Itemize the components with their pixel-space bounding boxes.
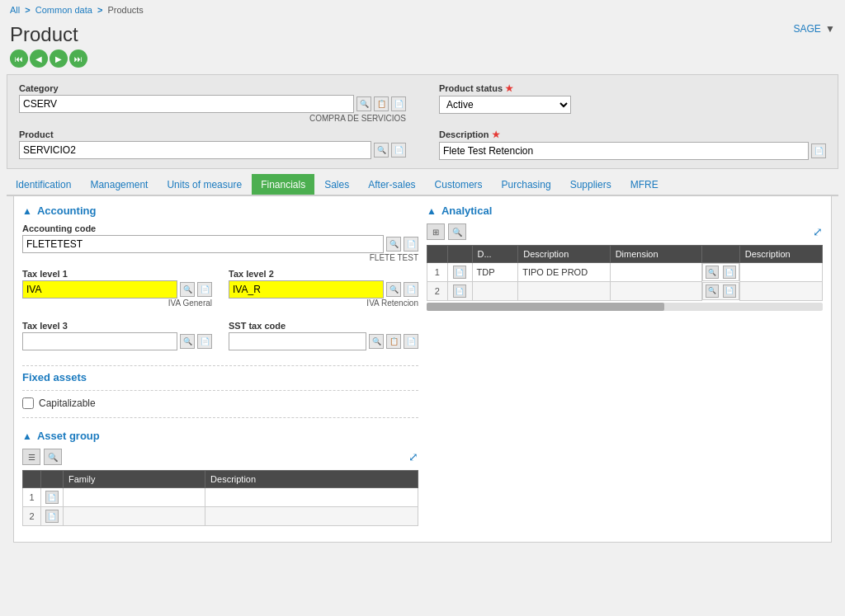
tab-identification[interactable]: Identification [7,174,80,195]
asset-row-2: 2 📄 [23,507,418,526]
analytical-table: D... Description Dimension Description 1 [427,245,823,301]
nav-first-button[interactable]: ⏮ [10,49,28,68]
ana-row1-dimension[interactable] [610,263,701,282]
tab-purchasing[interactable]: Purchasing [493,174,560,195]
tab-management[interactable]: Management [81,174,157,195]
accounting-arrow: ▲ [22,205,32,217]
tax-level1-input[interactable]: IVA [22,280,177,299]
ana-col-d: D... [472,246,518,263]
tax2-search-btn[interactable]: 🔍 [386,282,401,297]
fixed-assets-title: Fixed assets [22,371,418,383]
ana-row2-icon[interactable]: 📄 [447,282,472,301]
category-search-btn[interactable]: 🔍 [356,96,371,111]
ana-row-1: 1 📄 TDP TIPO DE PROD 🔍 📄 [427,263,823,282]
capitalizable-row: Capitalizable [22,397,418,409]
nav-last-button[interactable]: ⏭ [69,49,87,68]
tab-content-financials: ▲ Accounting Accounting code FLETETEST 🔍… [13,196,832,543]
ana-row2-d[interactable] [472,282,518,301]
tab-financials[interactable]: Financials [252,174,314,195]
sst-tax-field: SST tax code 🔍 📋 📄 [229,321,418,350]
ana-row2-dimension[interactable] [610,282,701,301]
product-status-required: ★ [505,83,513,93]
category-field: Category CSERV 🔍 📋 📄 COMPRA DE SERVICIOS [19,83,406,123]
analytical-grid-btn[interactable]: ⊞ [427,223,445,240]
product-search-btn[interactable]: 🔍 [374,143,389,158]
ana-col-desc2: Description [739,246,822,263]
tab-sales[interactable]: Sales [315,174,358,195]
tax3-detail-btn[interactable]: 📄 [197,334,212,349]
category-detail-btn[interactable]: 📄 [391,96,406,111]
ana-row-2: 2 📄 🔍 📄 [427,282,823,301]
product-detail-btn[interactable]: 📄 [391,143,406,158]
nav-next-button[interactable]: ▶ [50,49,68,68]
sage-menu[interactable]: SAGE ▼ [793,23,835,35]
asset-row2-desc[interactable] [205,507,418,526]
sst-search-btn[interactable]: 🔍 [369,334,384,349]
tax-level3-label: Tax level 3 [22,321,212,331]
analytical-title: Analytical [441,205,492,217]
acc-code-search-btn[interactable]: 🔍 [386,237,401,252]
description-input[interactable]: Flete Test Retencion [439,142,809,160]
asset-row-1: 1 📄 [23,488,418,507]
ana-row1-description[interactable]: TIPO DE PROD [518,263,610,282]
asset-row1-icon[interactable]: 📄 [41,488,64,507]
fixed-assets-section: Fixed assets Capitalizable [22,365,418,409]
asset-col-icon [41,471,64,488]
accounting-code-field: Accounting code FLETETEST 🔍 📄 FLETE TEST [22,223,418,262]
tax1-search-btn[interactable]: 🔍 [180,282,195,297]
capitalizable-checkbox[interactable] [22,397,34,409]
tab-after-sales[interactable]: After-sales [359,174,424,195]
ana-row2-description[interactable] [518,282,610,301]
tax-level3-input[interactable] [22,332,177,350]
product-status-select[interactable]: Active Inactive [439,96,571,114]
tax-levels-grid: Tax level 1 IVA 🔍 📄 IVA General Tax leve… [22,269,418,357]
breadcrumb-common-data[interactable]: Common data [35,5,92,15]
tab-units-of-measure[interactable]: Units of measure [158,174,251,195]
ana-row2-desc2[interactable] [739,282,822,301]
tab-suppliers[interactable]: Suppliers [561,174,621,195]
description-detail-btn[interactable]: 📄 [811,143,826,158]
asset-row2-icon[interactable]: 📄 [41,507,64,526]
asset-group-title: Asset group [37,430,100,442]
asset-row1-desc[interactable] [205,488,418,507]
asset-group-table: Family Description 1 📄 [22,470,418,526]
asset-group-expand-btn[interactable]: ⤢ [408,450,418,463]
analytical-expand-btn[interactable]: ⤢ [813,225,823,238]
analytical-search-btn[interactable]: 🔍 [448,223,466,240]
ana-row1-icon[interactable]: 📄 [447,263,472,282]
sst-detail-btn[interactable]: 📄 [404,334,418,349]
nav-prev-button[interactable]: ◀ [30,49,48,68]
ana-row2-num: 2 [427,282,448,301]
tax-level2-note: IVA Retencion [229,299,418,308]
tab-mfre[interactable]: MFRE [621,174,668,195]
asset-group-list-btn[interactable]: ☰ [22,449,40,465]
tax2-detail-btn[interactable]: 📄 [404,282,418,297]
tab-customers[interactable]: Customers [426,174,492,195]
tax1-detail-btn[interactable]: 📄 [197,282,212,297]
acc-code-detail-btn[interactable]: 📄 [404,237,418,252]
ana-col-dimension: Dimension [610,246,701,263]
ana-row2-dim-icons[interactable]: 🔍 📄 [702,282,739,300]
breadcrumb-all[interactable]: All [10,5,20,15]
sst-tax-input[interactable] [229,332,366,350]
ana-row1-d[interactable]: TDP [472,263,518,282]
category-copy-btn[interactable]: 📋 [374,96,389,111]
product-field: Product SERVICIO2 🔍 📄 [19,129,406,160]
tax-level3-field: Tax level 3 🔍 📄 [22,321,212,350]
ana-row1-desc2[interactable] [739,263,822,282]
capitalizable-label: Capitalizable [39,397,96,409]
sst-copy-btn[interactable]: 📋 [386,334,401,349]
asset-group-search-btn[interactable]: 🔍 [44,449,62,465]
asset-row2-family[interactable] [64,507,205,526]
ana-col-icon [447,246,472,263]
breadcrumb-products: Products [107,5,143,15]
tax-level2-input[interactable]: IVA_R [229,280,384,299]
asset-col-family: Family [64,471,205,488]
asset-row1-family[interactable] [64,488,205,507]
category-input[interactable]: CSERV [19,95,354,113]
product-input[interactable]: SERVICIO2 [19,141,371,159]
tax3-search-btn[interactable]: 🔍 [180,334,195,349]
accounting-code-input[interactable]: FLETETEST [22,235,384,253]
ana-row1-dim-icons[interactable]: 🔍 📄 [702,263,739,281]
description-field: Description ★ Flete Test Retencion 📄 [439,129,826,160]
